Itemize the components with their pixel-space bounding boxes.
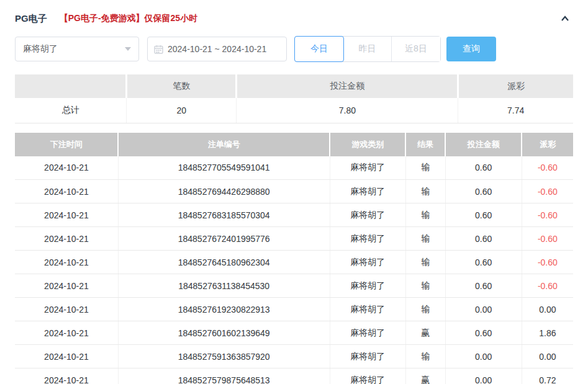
summary-header-row: 笔数 投注金额 派彩 xyxy=(15,74,573,98)
cell-game-type: 麻将胡了 xyxy=(330,274,405,298)
quick-button-last8days[interactable]: 近8日 xyxy=(392,37,440,61)
calendar-icon xyxy=(154,45,163,54)
cell-order-id: 1848527672401995776 xyxy=(118,227,330,251)
cell-payout: -0.60 xyxy=(522,274,573,298)
records-header-row: 下注时间 注单编号 游戏类别 结果 投注金额 派彩 xyxy=(15,133,573,156)
quick-button-today[interactable]: 今日 xyxy=(294,36,344,62)
caret-down-icon xyxy=(125,47,131,51)
records-header-game-type: 游戏类别 xyxy=(330,133,405,156)
cell-bet-time: 2024-10-21 xyxy=(15,203,118,227)
filter-bar: 麻将胡了 2024-10-21 ~ 2024-10-21 xyxy=(15,36,573,62)
table-row: 2024-10-21 1848527619230822913 麻将胡了 输 0.… xyxy=(15,298,573,321)
cell-bet-time: 2024-10-21 xyxy=(15,227,118,251)
date-range-input[interactable]: 2024-10-21 ~ 2024-10-21 xyxy=(147,37,287,61)
cell-game-type: 麻将胡了 xyxy=(330,203,405,227)
betting-records-panel: PG电子 【PG电子-免费游戏】仅保留25小时 麻将胡了 xyxy=(0,0,588,384)
summary-total-label: 总计 xyxy=(15,98,127,123)
panel-title: PG电子 xyxy=(15,13,47,25)
records-header-result: 结果 xyxy=(405,133,445,156)
cell-game-type: 麻将胡了 xyxy=(330,368,405,384)
game-select-value: 麻将胡了 xyxy=(23,43,125,55)
chevron-up-icon xyxy=(559,14,571,24)
cell-result: 输 xyxy=(405,274,445,298)
cell-bet-time: 2024-10-21 xyxy=(15,274,118,298)
cell-game-type: 麻将胡了 xyxy=(330,180,405,203)
cell-game-type: 麻将胡了 xyxy=(330,345,405,368)
records-table: 下注时间 注单编号 游戏类别 结果 投注金额 派彩 2024-10-21 184… xyxy=(15,133,573,384)
cell-result: 输 xyxy=(405,298,445,321)
cell-bet-amount: 0.60 xyxy=(445,251,522,274)
cell-order-id: 1848527694426298880 xyxy=(118,180,330,203)
table-row: 2024-10-21 1848527705549591041 麻将胡了 输 0.… xyxy=(15,156,573,180)
cell-order-id: 1848527683185570304 xyxy=(118,203,330,227)
cell-result: 输 xyxy=(405,156,445,180)
search-button[interactable]: 查询 xyxy=(446,37,496,61)
records-header-payout: 派彩 xyxy=(522,133,573,156)
summary-table: 笔数 投注金额 派彩 总计 20 7.80 7.74 xyxy=(15,74,573,123)
cell-bet-amount: 0.60 xyxy=(445,227,522,251)
cell-bet-amount: 0.60 xyxy=(445,203,522,227)
cell-result: 输 xyxy=(405,180,445,203)
cell-result: 输 xyxy=(405,251,445,274)
cell-payout: 0.72 xyxy=(522,368,573,384)
table-row: 2024-10-21 1848527591363857920 麻将胡了 输 0.… xyxy=(15,345,573,368)
collapse-panel-button[interactable] xyxy=(557,11,573,26)
cell-result: 输 xyxy=(405,345,445,368)
cell-payout: 0.00 xyxy=(522,345,573,368)
cell-game-type: 麻将胡了 xyxy=(330,156,405,180)
cell-bet-time: 2024-10-21 xyxy=(15,298,118,321)
cell-payout: -0.60 xyxy=(522,227,573,251)
cell-bet-amount: 0.00 xyxy=(445,298,522,321)
cell-payout: -0.60 xyxy=(522,203,573,227)
records-header-order-id: 注单编号 xyxy=(118,133,330,156)
cell-bet-amount: 0.00 xyxy=(445,368,522,384)
cell-bet-time: 2024-10-21 xyxy=(15,156,118,180)
table-row: 2024-10-21 1848527601602139649 麻将胡了 赢 0.… xyxy=(15,321,573,345)
quick-button-yesterday[interactable]: 昨日 xyxy=(343,37,392,61)
summary-total-count: 20 xyxy=(127,98,237,123)
date-range-value: 2024-10-21 ~ 2024-10-21 xyxy=(168,44,266,54)
cell-bet-time: 2024-10-21 xyxy=(15,345,118,368)
cell-result: 输 xyxy=(405,227,445,251)
free-game-notice: 【PG电子-免费游戏】仅保留25小时 xyxy=(60,13,197,24)
cell-order-id: 1848527601602139649 xyxy=(118,321,330,345)
cell-order-id: 1848527645180962304 xyxy=(118,251,330,274)
cell-bet-time: 2024-10-21 xyxy=(15,321,118,345)
summary-header-count: 笔数 xyxy=(127,74,237,98)
table-row: 2024-10-21 1848527683185570304 麻将胡了 输 0.… xyxy=(15,203,573,227)
summary-total-bet-amount: 7.80 xyxy=(237,98,458,123)
cell-result: 赢 xyxy=(405,368,445,384)
cell-bet-time: 2024-10-21 xyxy=(15,251,118,274)
table-row: 2024-10-21 1848527672401995776 麻将胡了 输 0.… xyxy=(15,227,573,251)
records-header-bet-time: 下注时间 xyxy=(15,133,118,156)
cell-order-id: 1848527619230822913 xyxy=(118,298,330,321)
cell-bet-amount: 0.60 xyxy=(445,321,522,345)
cell-bet-time: 2024-10-21 xyxy=(15,180,118,203)
table-row: 2024-10-21 1848527579875648513 麻将胡了 赢 0.… xyxy=(15,368,573,384)
cell-game-type: 麻将胡了 xyxy=(330,251,405,274)
table-row: 2024-10-21 1848527645180962304 麻将胡了 输 0.… xyxy=(15,251,573,274)
records-header-bet-amount: 投注金额 xyxy=(445,133,522,156)
cell-bet-amount: 0.60 xyxy=(445,180,522,203)
cell-game-type: 麻将胡了 xyxy=(330,227,405,251)
cell-bet-time: 2024-10-21 xyxy=(15,368,118,384)
cell-order-id: 1848527631138454530 xyxy=(118,274,330,298)
summary-total-payout: 7.74 xyxy=(458,98,573,123)
cell-game-type: 麻将胡了 xyxy=(330,298,405,321)
cell-payout: -0.60 xyxy=(522,156,573,180)
cell-order-id: 1848527579875648513 xyxy=(118,368,330,384)
cell-order-id: 1848527705549591041 xyxy=(118,156,330,180)
cell-game-type: 麻将胡了 xyxy=(330,321,405,345)
cell-order-id: 1848527591363857920 xyxy=(118,345,330,368)
game-select[interactable]: 麻将胡了 xyxy=(15,37,139,61)
records-tbody: 2024-10-21 1848527705549591041 麻将胡了 输 0.… xyxy=(15,156,573,384)
cell-payout: -0.60 xyxy=(522,251,573,274)
cell-bet-amount: 0.60 xyxy=(445,274,522,298)
summary-header-bet-amount: 投注金额 xyxy=(237,74,458,98)
panel-header: PG电子 【PG电子-免费游戏】仅保留25小时 xyxy=(15,0,573,26)
table-row: 2024-10-21 1848527631138454530 麻将胡了 输 0.… xyxy=(15,274,573,298)
cell-result: 赢 xyxy=(405,321,445,345)
cell-payout: -0.60 xyxy=(522,180,573,203)
cell-bet-amount: 0.00 xyxy=(445,345,522,368)
summary-total-row: 总计 20 7.80 7.74 xyxy=(15,98,573,123)
